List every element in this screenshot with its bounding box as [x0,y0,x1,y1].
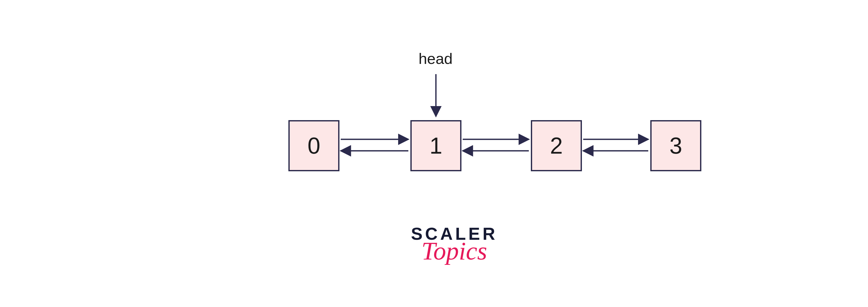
brand-logo: SCALER Topics [403,225,505,261]
list-node-2: 2 [531,120,582,171]
brand-logo-line2: Topics [403,241,505,261]
list-node-1: 1 [410,120,461,171]
diagram-canvas: head 0 1 2 3 [0,0,868,307]
node-value: 3 [670,133,682,159]
node-value: 0 [308,133,320,159]
list-node-0: 0 [288,120,339,171]
head-pointer-label: head [418,50,453,67]
list-node-3: 3 [650,120,701,171]
node-value: 2 [550,133,563,159]
node-value: 1 [430,133,442,159]
